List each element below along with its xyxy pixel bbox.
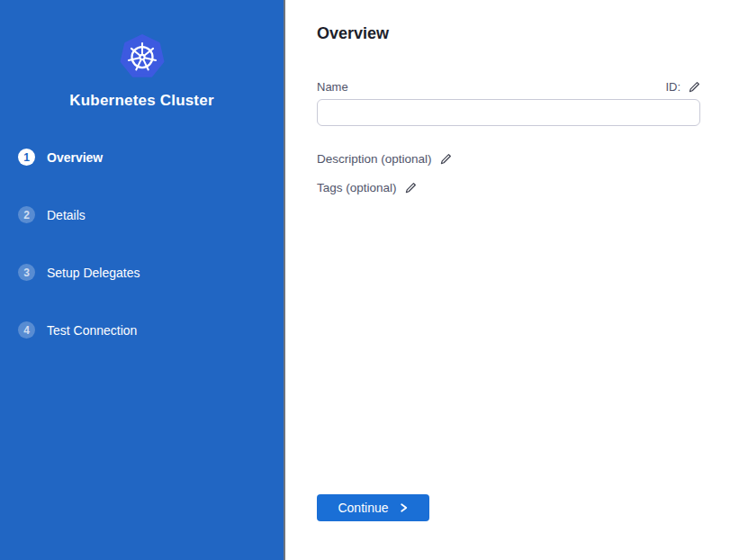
step-label: Test Connection: [47, 323, 137, 338]
step-details[interactable]: 2 Details: [18, 206, 140, 223]
edit-id-button[interactable]: [689, 81, 700, 93]
step-setup-delegates[interactable]: 3 Setup Delegates: [18, 264, 140, 281]
description-field: Description (optional): [317, 152, 452, 166]
edit-tags-button[interactable]: [405, 182, 417, 194]
tags-field: Tags (optional): [317, 181, 417, 194]
step-label: Details: [47, 208, 86, 222]
id-label: ID:: [665, 80, 680, 94]
step-overview[interactable]: 1 Overview: [18, 149, 140, 166]
step-label: Overview: [47, 150, 103, 165]
step-number-badge: 2: [18, 206, 35, 223]
name-input[interactable]: [317, 99, 700, 126]
kubernetes-helm-icon: [120, 32, 165, 81]
description-label: Description (optional): [317, 152, 432, 166]
pencil-icon: [405, 182, 417, 194]
connector-logo: [0, 32, 284, 81]
id-group: ID:: [665, 80, 700, 94]
name-field-header: Name ID:: [317, 80, 700, 94]
wizard-sidebar: Kubernetes Cluster 1 Overview 2 Details …: [0, 0, 285, 560]
page-title: Overview: [317, 24, 389, 43]
overview-panel: Overview Name ID: Description (optional)…: [317, 0, 700, 560]
step-number-badge: 3: [18, 264, 35, 281]
name-label: Name: [317, 80, 348, 94]
step-number-badge: 1: [18, 149, 35, 166]
tags-label: Tags (optional): [317, 181, 397, 194]
pencil-icon: [689, 81, 700, 93]
continue-label: Continue: [338, 501, 388, 515]
pencil-icon: [440, 153, 452, 165]
chevron-right-icon: [399, 502, 409, 513]
continue-button[interactable]: Continue: [317, 494, 429, 521]
wizard-steps: 1 Overview 2 Details 3 Setup Delegates 4…: [18, 149, 140, 379]
edit-description-button[interactable]: [440, 153, 452, 165]
step-number-badge: 4: [18, 321, 35, 339]
connector-title: Kubernetes Cluster: [0, 92, 284, 110]
step-label: Setup Delegates: [47, 266, 140, 280]
step-test-connection[interactable]: 4 Test Connection: [18, 321, 140, 339]
